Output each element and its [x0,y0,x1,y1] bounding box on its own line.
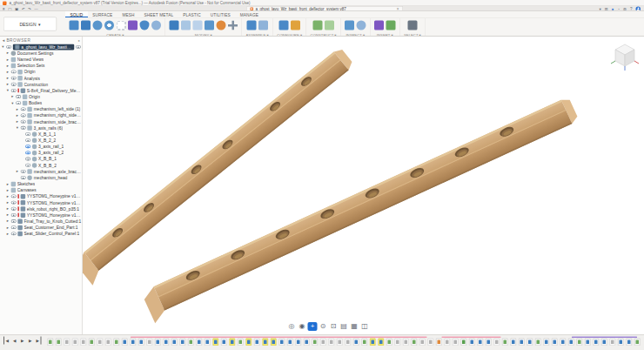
tree-expand-caret[interactable]: ▾ [10,101,14,105]
grid-layout-button[interactable]: ▦ [350,322,359,331]
timeline-feature-extrude-feature[interactable] [519,339,525,347]
timeline-feature-construct-feature[interactable] [337,339,343,347]
hole-icon[interactable] [104,21,114,30]
timeline-feature-sketch[interactable] [412,339,418,347]
assemble-new-component-icon[interactable] [246,21,256,30]
timeline-feature-extrude-feature[interactable] [131,339,137,347]
timeline-feature-extrude-feature[interactable] [527,339,533,347]
ribbon-tab-utilities[interactable]: UTILITIES [205,11,235,17]
go-to-start-button[interactable]: ◀ [3,337,10,345]
tree-expand-caret[interactable]: ▸ [6,76,10,80]
browser-tree-row[interactable]: ▸Final_Tray_to_Knob_Cutted:1 [0,218,83,224]
visibility-eye-icon[interactable] [25,151,30,154]
visibility-eye-icon[interactable] [25,164,30,167]
tree-expand-caret[interactable]: ▾ [6,88,10,92]
timeline-feature-sketch[interactable] [362,339,368,347]
fillet-icon[interactable] [181,21,191,30]
timeline-feature-extrude-feature[interactable] [560,339,567,347]
tree-expand-caret[interactable]: ▸ [6,64,10,68]
combine-icon[interactable] [205,21,214,30]
browser-tree-row[interactable]: ▾Bodies [0,100,83,106]
view-cube[interactable] [609,41,641,72]
browser-tree-row[interactable]: ▸mechanism_side_brace (1) [0,118,83,125]
browser-tree-row[interactable]: X_B_2_2 [0,138,83,144]
visibility-eye-icon[interactable] [11,201,17,205]
rail-body-back[interactable] [83,47,359,286]
workspace-selector[interactable]: DESIGN ▾ [3,17,57,31]
tree-expand-caret[interactable]: ▸ [6,225,10,230]
insert-mesh-icon[interactable] [374,21,384,30]
timeline-feature-extrude-feature[interactable] [122,339,128,347]
timeline-feature-extrude-feature[interactable] [221,339,227,347]
collapse-panel-icon[interactable]: ◂ [3,37,4,43]
timeline-feature-sketch[interactable] [56,339,62,347]
timeline-feature-sketch[interactable] [502,339,508,347]
construct-axis-icon[interactable] [325,21,334,30]
browser-tree-row[interactable]: mechanism_head [0,174,83,180]
timeline-feature-sketch[interactable] [114,339,120,347]
timeline-feature-construct-feature[interactable] [610,339,616,347]
tree-expand-caret[interactable]: ▸ [6,200,10,205]
timeline-feature-sketch[interactable] [48,339,54,347]
timeline-feature-extrude-feature[interactable] [601,339,607,347]
visibility-eye-icon[interactable] [21,176,26,179]
tree-expand-caret[interactable]: ▸ [10,95,14,99]
timeline-feature-feature-highlighted[interactable] [230,339,236,347]
timeline-feature-extrude-feature[interactable] [287,339,293,347]
timeline-feature-feature-highlighted[interactable] [263,339,269,347]
fit-button[interactable]: ⊡ [329,322,339,331]
ribbon-tab-mesh[interactable]: MESH [117,11,139,17]
new-component-icon[interactable] [70,21,79,30]
visibility-eye-icon[interactable] [16,101,21,104]
timeline-feature-construct-feature[interactable] [403,339,409,347]
visibility-eye-icon[interactable] [11,83,17,86]
orbit-button[interactable]: ◎ [287,322,297,331]
timeline-feature-extrude-feature[interactable] [552,339,558,347]
timeline-feature-sketch[interactable] [312,339,319,347]
tree-expand-caret[interactable]: ▾ [16,125,19,130]
browser-tree-row[interactable]: ▸Origin [0,69,83,75]
timeline-feature-pattern-feature[interactable] [461,339,467,347]
offset-plane-icon[interactable] [312,21,322,30]
visibility-eye-icon[interactable] [6,45,11,49]
visibility-eye-icon[interactable] [25,138,30,142]
browser-tree-row[interactable]: ▾S-8x4_Final_Delivery_Mechanism:1 [0,87,83,93]
timeline-feature-appearance-feature[interactable] [436,339,442,347]
visibility-eye-icon[interactable] [11,232,17,235]
configure-pin-icon[interactable] [291,21,300,30]
zoom-button[interactable]: ⊙ [319,322,328,331]
timeline-feature-extrude-feature[interactable] [544,339,550,347]
visibility-eye-icon[interactable] [16,95,21,98]
browser-tree-row[interactable]: ▸mechanism_axle_brace (1) [0,168,83,174]
timeline-feature-extrude-feature[interactable] [164,339,170,347]
timeline-feature-sketch[interactable] [188,339,194,347]
timeline-feature-construct-feature[interactable] [395,339,401,347]
visibility-eye-icon[interactable] [11,207,17,211]
profile-avatar[interactable] [636,6,641,11]
visibility-eye-icon[interactable] [11,77,17,80]
timeline-feature-construct-feature[interactable] [72,339,78,347]
tree-expand-caret[interactable]: ▸ [6,194,10,199]
timeline-feature-feature-highlighted[interactable] [271,339,277,347]
tree-expand-caret[interactable]: ▸ [16,169,19,173]
timeline-feature-extrude-feature[interactable] [171,339,178,347]
move-copy-icon[interactable] [228,21,238,30]
timeline-feature-construct-feature[interactable] [329,339,335,347]
timeline-feature-extrude-feature[interactable] [618,339,624,347]
look-at-button[interactable]: ◉ [298,322,307,331]
timeline-feature-construct-feature[interactable] [105,339,111,347]
coil-icon[interactable] [151,21,161,30]
browser-tree-row[interactable]: ▸Sketches [0,181,83,187]
browser-tree-row[interactable]: ▸YYSTOM1_Honeypine v156:1 [0,193,83,199]
browser-tree-row[interactable]: X_B_B_2 [0,162,83,168]
visibility-eye-icon[interactable] [21,126,26,130]
create-form-icon[interactable] [140,21,150,30]
measure-icon[interactable] [345,21,354,30]
tree-expand-caret[interactable]: ▸ [6,82,10,86]
timeline-feature-sketch[interactable] [386,339,392,347]
timeline-feature-sketch[interactable] [634,339,641,347]
timeline-feature-extrude-feature[interactable] [585,339,591,347]
timeline-feature-construct-feature[interactable] [97,339,104,347]
joint-icon[interactable] [258,21,268,30]
timeline-feature-extrude-feature[interactable] [627,339,633,347]
